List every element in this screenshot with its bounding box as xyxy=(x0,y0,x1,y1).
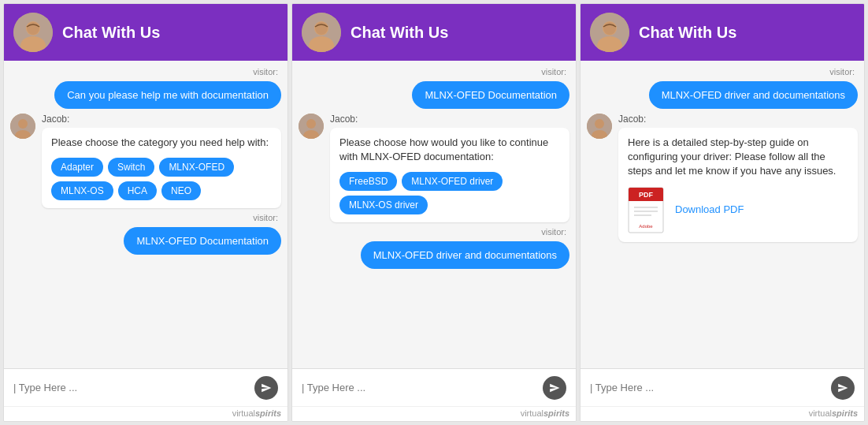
cat-btn-mlnxos[interactable]: MLNX-OS xyxy=(51,181,113,200)
cat-btn-neo[interactable]: NEO xyxy=(161,181,201,200)
chat-header-3: Chat With Us xyxy=(581,4,864,61)
agent-avatar-2 xyxy=(299,114,324,139)
chat-header-1: Chat With Us xyxy=(4,4,287,61)
chat-input-1[interactable] xyxy=(13,382,248,393)
chat-input-2[interactable] xyxy=(302,382,536,393)
chat-messages-1: visitor: Can you please help me with doc… xyxy=(4,61,287,368)
svg-text:Adobe: Adobe xyxy=(639,224,653,229)
chat-input-area-3 xyxy=(581,368,864,406)
svg-point-19 xyxy=(595,119,604,129)
visitor-label-2a: visitor: xyxy=(299,67,569,76)
download-pdf-link[interactable]: Download PDF xyxy=(675,203,744,217)
avatar-2 xyxy=(302,13,341,52)
agent-avatar-1 xyxy=(10,114,35,139)
agent-name-3: Jacob: xyxy=(618,114,858,125)
chat-messages-3: visitor: MLNX-OFED driver and documentat… xyxy=(581,61,864,368)
send-button-2[interactable] xyxy=(543,376,566,400)
agent-row-1: Jacob: Please choose the category you ne… xyxy=(10,114,281,208)
agent-bubble-2: Please choose how would you like to cont… xyxy=(330,128,569,222)
chat-footer-3: virtualspirits xyxy=(581,406,864,421)
cat-btn-adapter[interactable]: Adapter xyxy=(51,158,103,177)
chat-widget-1: Chat With Us visitor: Can you please hel… xyxy=(3,3,288,422)
cat-btn-hca[interactable]: HCA xyxy=(118,181,157,200)
cat-btn-mlnxos-driver[interactable]: MLNX-OS driver xyxy=(339,196,428,214)
visitor-label-1b: visitor: xyxy=(10,213,281,222)
visitor-bubble-3a: MLNX-OFED driver and documentations xyxy=(649,81,858,109)
chat-header-2: Chat With Us xyxy=(292,4,576,61)
visitor-bubble-2b: MLNX-OFED driver and documentations xyxy=(361,241,569,269)
cat-btn-mlnxofed[interactable]: MLNX-OFED xyxy=(159,158,234,177)
svg-text:PDF: PDF xyxy=(639,191,654,199)
chat-input-3[interactable] xyxy=(590,382,825,393)
agent-content-2: Jacob: Please choose how would you like … xyxy=(330,114,569,222)
agent-bubble-1: Please choose the category you need help… xyxy=(42,128,281,208)
avatar-1 xyxy=(13,13,53,52)
visitor-label-3a: visitor: xyxy=(587,67,858,76)
avatar-3 xyxy=(590,13,629,52)
pdf-icon: PDF Adobe xyxy=(628,187,667,234)
pdf-section: PDF Adobe Download PDF xyxy=(628,187,848,234)
agent-name-2: Jacob: xyxy=(330,114,569,125)
visitor-bubble-1a: Can you please help me with documentatio… xyxy=(54,81,281,109)
cat-btn-mlnxofed-driver[interactable]: MLNX-OFED driver xyxy=(402,172,503,191)
send-button-1[interactable] xyxy=(254,376,278,400)
header-title-2: Chat With Us xyxy=(351,24,448,42)
send-button-3[interactable] xyxy=(831,376,855,400)
visitor-label-2b: visitor: xyxy=(299,227,569,237)
cat-btn-freebsd[interactable]: FreeBSD xyxy=(339,172,397,191)
agent-name-1: Jacob: xyxy=(42,114,281,125)
chat-widget-2: Chat With Us visitor: MLNX-OFED Document… xyxy=(291,3,577,422)
agent-content-3: Jacob: Here is a detailed step-by-step g… xyxy=(618,114,858,242)
chat-footer-1: virtualspirits xyxy=(4,406,287,421)
agent-avatar-3 xyxy=(587,114,612,139)
svg-point-5 xyxy=(18,119,28,129)
svg-point-12 xyxy=(306,119,316,129)
agent-row-3: Jacob: Here is a detailed step-by-step g… xyxy=(587,114,858,242)
agent-row-2: Jacob: Please choose how would you like … xyxy=(299,114,569,222)
header-title-1: Chat With Us xyxy=(62,24,160,42)
header-title-3: Chat With Us xyxy=(639,24,736,42)
cat-btn-switch[interactable]: Switch xyxy=(108,158,154,177)
agent-bubble-3: Here is a detailed step-by-step guide on… xyxy=(618,128,858,242)
chat-footer-2: virtualspirits xyxy=(292,406,576,421)
visitor-bubble-2a: MLNX-OFED Documentation xyxy=(412,81,569,109)
chat-messages-2: visitor: MLNX-OFED Documentation Jacob: … xyxy=(292,61,576,368)
agent-content-1: Jacob: Please choose the category you ne… xyxy=(42,114,281,208)
chat-input-area-1 xyxy=(4,368,287,406)
category-buttons-2: FreeBSD MLNX-OFED driver MLNX-OS driver xyxy=(339,172,560,214)
visitor-bubble-1b: MLNX-OFED Documentation xyxy=(124,227,281,255)
visitor-label-1a: visitor: xyxy=(10,67,281,76)
chat-input-area-2 xyxy=(292,368,576,406)
category-buttons-1: Adapter Switch MLNX-OFED MLNX-OS HCA NEO xyxy=(51,158,272,200)
chat-widget-3: Chat With Us visitor: MLNX-OFED driver a… xyxy=(580,3,865,422)
